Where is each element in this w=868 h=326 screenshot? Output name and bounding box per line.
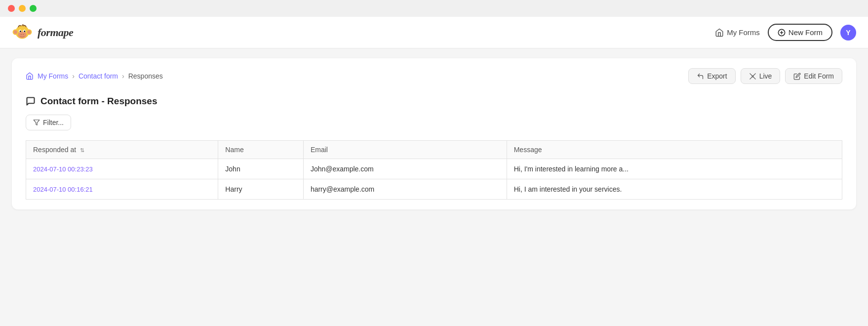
nav-right: My Forms New Form Y <box>715 24 856 41</box>
breadcrumb-my-forms-link[interactable]: My Forms <box>38 72 68 80</box>
cell-email: harry@example.com <box>303 179 507 200</box>
navbar: formape My Forms New Form Y <box>0 17 868 48</box>
breadcrumb-separator-2: › <box>122 72 124 80</box>
edit-form-button[interactable]: Edit Form <box>785 68 842 84</box>
svg-point-8 <box>20 30 21 32</box>
logo-icon <box>12 22 33 43</box>
sort-icon: ⇅ <box>80 147 84 154</box>
nav-my-forms-link[interactable]: My Forms <box>715 28 760 37</box>
edit-form-label: Edit Form <box>804 72 834 80</box>
breadcrumb-row: My Forms › Contact form › Responses Expo… <box>26 68 842 84</box>
breadcrumb-form-name: Contact form <box>79 72 118 80</box>
maximize-button[interactable] <box>30 5 37 12</box>
table-header-row: Responded at ⇅ Name Email Message <box>26 141 842 159</box>
cell-name: John <box>218 159 304 179</box>
svg-point-3 <box>14 30 17 34</box>
breadcrumb-actions: Export Live Edit Form <box>688 68 842 84</box>
content-card: My Forms › Contact form › Responses Expo… <box>12 58 856 209</box>
export-icon <box>697 73 704 80</box>
new-form-button[interactable]: New Form <box>768 24 832 41</box>
col-email: Email <box>303 141 507 159</box>
pencil-icon <box>793 73 801 80</box>
filter-button[interactable]: Filter... <box>26 115 71 130</box>
nav-my-forms-label: My Forms <box>727 28 760 37</box>
breadcrumb-current-page: Responses <box>128 72 163 80</box>
col-responded-at[interactable]: Responded at ⇅ <box>26 141 218 159</box>
cell-email: John@example.com <box>303 159 507 179</box>
table-row[interactable]: 2024-07-10 00:16:21Harryharry@example.co… <box>26 179 842 200</box>
filter-icon <box>33 119 40 126</box>
live-label: Live <box>759 72 772 80</box>
cell-message: Hi, I am interested in your services. <box>507 179 842 200</box>
cell-timestamp: 2024-07-10 00:23:23 <box>26 159 218 179</box>
filter-label: Filter... <box>43 119 64 126</box>
page-heading: Contact form - Responses <box>26 96 842 107</box>
svg-point-10 <box>21 34 22 35</box>
close-button[interactable] <box>8 5 15 12</box>
col-name: Name <box>218 141 304 159</box>
live-button[interactable]: Live <box>741 68 781 84</box>
export-button[interactable]: Export <box>688 68 735 84</box>
cell-name: Harry <box>218 179 304 200</box>
col-message: Message <box>507 141 842 159</box>
minimize-button[interactable] <box>19 5 26 12</box>
breadcrumb: My Forms › Contact form › Responses <box>26 72 163 80</box>
svg-point-9 <box>24 30 25 32</box>
chat-icon <box>26 96 36 106</box>
table-row[interactable]: 2024-07-10 00:23:23JohnJohn@example.comH… <box>26 159 842 179</box>
home-icon <box>715 28 724 37</box>
logo: formape <box>12 22 73 43</box>
logo-text: formape <box>38 26 73 39</box>
breadcrumb-home-icon <box>26 72 34 80</box>
plus-circle-icon <box>778 29 786 37</box>
new-form-label: New Form <box>789 28 823 37</box>
user-avatar[interactable]: Y <box>840 25 856 41</box>
title-bar <box>0 0 868 17</box>
live-icon <box>749 73 756 80</box>
cell-timestamp: 2024-07-10 00:16:21 <box>26 179 218 200</box>
breadcrumb-my-forms-label: My Forms <box>38 72 68 80</box>
cell-message: Hi, I'm interested in learning more a... <box>507 159 842 179</box>
responses-table: Responded at ⇅ Name Email Message 2024-0… <box>26 140 842 200</box>
svg-point-15 <box>752 76 753 77</box>
export-label: Export <box>707 72 727 80</box>
main-content: My Forms › Contact form › Responses Expo… <box>0 48 868 219</box>
svg-point-11 <box>23 34 24 35</box>
svg-point-4 <box>27 30 31 34</box>
breadcrumb-separator-1: › <box>72 72 75 80</box>
page-heading-text: Contact form - Responses <box>40 96 157 107</box>
svg-marker-16 <box>34 120 39 125</box>
breadcrumb-form-name-link[interactable]: Contact form <box>79 72 118 80</box>
